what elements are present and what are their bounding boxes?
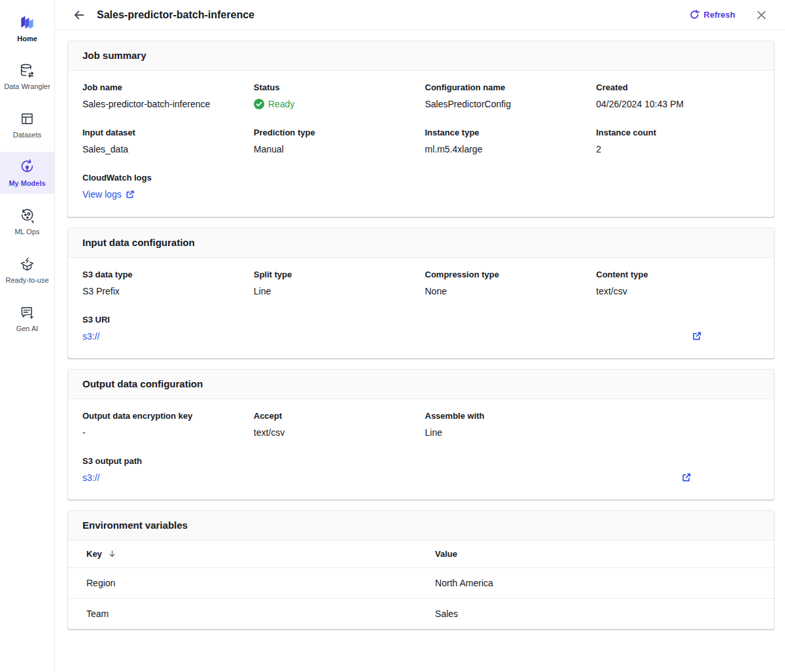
sidebar-item-datasets[interactable]: Datasets — [0, 103, 54, 145]
data-wrangler-icon — [18, 62, 36, 79]
sidebar-item-home[interactable]: Home — [0, 7, 54, 48]
s3-uri-link[interactable]: s3:// — [82, 331, 99, 342]
card-header: Input data configuration — [68, 228, 774, 258]
column-header-key[interactable]: Key — [68, 540, 435, 568]
field-label: Assemble with — [425, 411, 589, 421]
input-data-configuration-card: Input data configuration S3 data type S3… — [67, 228, 775, 359]
canvas-logo-icon — [18, 13, 37, 31]
card-body: S3 data type S3 Prefix Split type Line C… — [68, 258, 774, 358]
gen-ai-icon — [18, 304, 36, 321]
field-prediction-type: Prediction type Manual — [254, 128, 417, 155]
field-value: None — [425, 285, 589, 297]
content: Job summary Job name Sales-predictor-bat… — [55, 30, 785, 645]
field-label: Configuration name — [425, 82, 589, 92]
field-accept: Accept text/csv — [254, 411, 417, 438]
ready-to-use-icon — [18, 255, 36, 273]
card-body: Key Value Region — [68, 540, 774, 629]
field-value: Manual — [254, 143, 417, 155]
card-header: Job summary — [68, 41, 774, 71]
my-models-icon — [18, 158, 36, 176]
field-label: Content type — [596, 270, 759, 279]
s3-uri-row: S3 URI s3:// — [82, 315, 759, 342]
field-label: Split type — [254, 270, 417, 279]
field-label: Compression type — [425, 270, 589, 279]
field-value: 04/26/2024 10:43 PM — [596, 98, 759, 110]
sidebar-item-gen-ai[interactable]: Gen AI — [0, 297, 54, 339]
field-value: text/csv — [596, 285, 759, 297]
external-link-icon — [682, 472, 691, 482]
field-label: Instance type — [425, 128, 589, 137]
sidebar-item-label: Gen AI — [16, 325, 39, 332]
sidebar-item-my-models[interactable]: My Models — [0, 152, 54, 194]
field-label: Prediction type — [254, 128, 417, 137]
s3-output-path-link[interactable]: s3:// — [82, 472, 99, 483]
card-title: Input data configuration — [82, 237, 195, 248]
output-data-configuration-card: Output data configuration Output data en… — [67, 369, 775, 500]
sidebar-item-ready-to-use[interactable]: Ready-to-use — [0, 249, 54, 291]
field-assemble-with: Assemble with Line — [425, 411, 589, 438]
field-input-dataset: Input dataset Sales_data — [82, 128, 246, 155]
env-value-cell: North America — [435, 567, 774, 598]
sidebar: Home Data Wrangler Datasets — [0, 0, 55, 672]
ml-ops-icon — [18, 207, 36, 224]
sidebar-item-label: Data Wrangler — [4, 83, 50, 90]
card-title: Environment variables — [82, 520, 188, 531]
card-body: Output data encryption key - Accept text… — [68, 399, 774, 499]
external-link-icon — [692, 331, 702, 341]
field-label: Instance count — [596, 128, 759, 137]
sidebar-item-label: ML Ops — [14, 228, 39, 236]
status-text: Ready — [268, 98, 294, 110]
table-header-row: Key Value — [68, 540, 774, 568]
main-area: Sales-predictor-batch-inference Refresh … — [55, 0, 785, 672]
field-s3-data-type: S3 data type S3 Prefix — [82, 270, 246, 297]
s3-output-path-row: S3 output path s3:// — [82, 456, 759, 484]
field-created: Created 04/26/2024 10:43 PM — [596, 82, 759, 110]
column-header-value[interactable]: Value — [435, 540, 774, 568]
field-configuration-name: Configuration name SalesPredictorConfig — [425, 82, 589, 110]
card-header: Output data configuration — [68, 370, 774, 399]
sidebar-item-label: Ready-to-use — [5, 277, 48, 284]
sidebar-item-label: My Models — [9, 180, 45, 187]
field-value: Line — [425, 427, 589, 438]
job-summary-card: Job summary Job name Sales-predictor-bat… — [67, 41, 775, 217]
field-value: 2 — [596, 143, 759, 155]
sidebar-item-label: Home — [17, 35, 37, 43]
environment-variables-table: Key Value Region — [68, 540, 774, 629]
sidebar-item-ml-ops[interactable]: ML Ops — [0, 200, 54, 242]
card-header: Environment variables — [68, 511, 774, 540]
success-check-icon — [254, 99, 264, 109]
page-header: Sales-predictor-batch-inference Refresh — [55, 0, 785, 30]
field-output-encryption-key: Output data encryption key - — [82, 411, 246, 438]
field-label: Job name — [82, 82, 246, 92]
close-button[interactable] — [755, 9, 768, 22]
field-value: Sales-predictor-batch-inference — [82, 98, 246, 110]
field-split-type: Split type Line — [254, 270, 417, 297]
field-instance-count: Instance count 2 — [596, 128, 759, 155]
card-title: Job summary — [82, 50, 147, 61]
table-row: Team Sales — [68, 598, 774, 629]
field-cloudwatch-logs: CloudWatch logs View logs — [82, 173, 417, 200]
field-label: Accept — [254, 411, 417, 421]
sidebar-item-data-wrangler[interactable]: Data Wrangler — [0, 55, 54, 97]
field-label: Created — [596, 82, 759, 92]
open-s3-uri-button[interactable] — [691, 330, 703, 342]
open-s3-output-path-button[interactable] — [680, 471, 693, 484]
view-logs-link[interactable]: View logs — [82, 188, 135, 200]
environment-variables-card: Environment variables Key — [67, 510, 775, 629]
field-status: Status Ready — [254, 82, 417, 110]
back-button[interactable] — [72, 8, 86, 22]
external-link-icon — [126, 190, 135, 199]
field-value: ml.m5.4xlarge — [425, 143, 589, 155]
field-value: Line — [254, 285, 417, 297]
refresh-button[interactable]: Refresh — [689, 10, 735, 20]
env-key-cell: Team — [68, 598, 435, 629]
page-title: Sales-predictor-batch-inference — [97, 9, 254, 21]
field-label: Status — [254, 82, 417, 92]
field-label: CloudWatch logs — [82, 173, 417, 183]
field-value: SalesPredictorConfig — [425, 98, 589, 110]
refresh-icon — [689, 10, 699, 20]
field-compression-type: Compression type None — [425, 270, 589, 297]
status-badge: Ready — [254, 98, 417, 110]
close-icon — [756, 10, 767, 20]
field-job-name: Job name Sales-predictor-batch-inference — [82, 82, 246, 110]
